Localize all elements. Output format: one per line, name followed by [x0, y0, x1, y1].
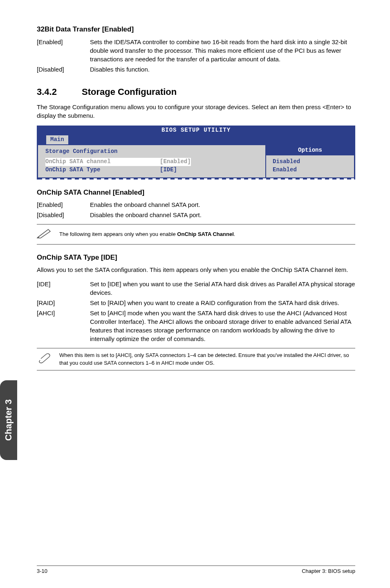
def-term: [Disabled] [37, 211, 90, 219]
page-number: 3-10 [37, 568, 47, 575]
heading-onchip-channel: OnChip SATA Channel [Enabled] [37, 188, 355, 197]
def-term: [Disabled] [37, 65, 90, 74]
note-box: When this item is set to [AHCI], only SA… [37, 348, 355, 370]
pencil-icon [37, 228, 59, 240]
def-term: [AHCI] [37, 309, 90, 343]
note-box: The following item appears only when you… [37, 224, 355, 244]
def-body: Disables this function. [90, 65, 355, 74]
bios-bottom-dash [38, 178, 354, 180]
section-number: 3.4.2 [37, 86, 82, 99]
chapter-side-tab: Chapter 3 [0, 380, 17, 460]
bios-left-pane: Storage Configuration OnChip SATA channe… [38, 144, 266, 178]
def-row: [IDE] Set to [IDE] when you want to use … [37, 280, 355, 297]
def-row: [Enabled] Sets the IDE/SATA controller t… [37, 38, 355, 63]
bios-option: Enabled [273, 166, 347, 174]
bios-options-heading: Options [266, 145, 354, 156]
bios-title: BIOS SETUP UTILITY [38, 126, 354, 135]
def-row: [Disabled] Disables the onboard channel … [37, 211, 355, 219]
bios-row-label: OnChip SATA channel [45, 158, 160, 166]
def-row: [RAID] Set to [RAID] when you want to cr… [37, 298, 355, 307]
def-term: [IDE] [37, 280, 90, 297]
def-body: Set to [RAID] when you want to create a … [90, 298, 355, 307]
heading-onchip-type: OnChip SATA Type [IDE] [37, 253, 355, 263]
bios-option: Disabled [273, 158, 347, 166]
bios-row-value: [IDE] [160, 166, 177, 174]
bios-row-label: OnChip SATA Type [45, 166, 160, 174]
bios-left-heading: Storage Configuration [45, 148, 258, 156]
heading-32bit: 32Bit Data Transfer [Enabled] [37, 25, 355, 34]
bios-row-value: [Enabled] [160, 158, 191, 166]
bios-tab-row: Main [38, 135, 354, 144]
def-term: [Enabled] [37, 200, 90, 209]
bios-screenshot: BIOS SETUP UTILITY Main Storage Configur… [37, 126, 355, 180]
def-body: Enables the onboard channel SATA port. [90, 200, 355, 209]
footer-title: Chapter 3: BIOS setup [302, 568, 355, 575]
note-text: When this item is set to [AHCI], only SA… [59, 352, 355, 366]
paperclip-icon [37, 353, 59, 366]
def-body: Disables the onboard channel SATA port. [90, 211, 355, 219]
section-heading: 3.4.2Storage Configuration [37, 86, 355, 99]
page-footer: 3-10 Chapter 3: BIOS setup [37, 566, 355, 575]
def-term: [RAID] [37, 298, 90, 307]
def-body: Sets the IDE/SATA controller to combine … [90, 38, 355, 63]
def-body: Set to [IDE] when you want to use the Se… [90, 280, 355, 297]
bios-row: OnChip SATA Type [IDE] [45, 166, 258, 174]
def-row: [Enabled] Enables the onboard channel SA… [37, 200, 355, 209]
bios-right-pane: Options Disabled Enabled [266, 144, 354, 178]
note-text: The following item appears only when you… [59, 231, 355, 238]
section-para: Allows you to set the SATA configuration… [37, 265, 355, 274]
section-para: The Storage Configuration menu allows yo… [37, 103, 355, 120]
bios-tab-main: Main [46, 135, 68, 144]
section-title: Storage Configuration [82, 87, 177, 97]
def-row: [AHCI] Set to [AHCI] mode when you want … [37, 309, 355, 343]
def-body: Set to [AHCI] mode when you want the SAT… [90, 309, 355, 343]
bios-row-selected: OnChip SATA channel [Enabled] [45, 158, 258, 166]
def-term: [Enabled] [37, 38, 90, 63]
def-row: [Disabled] Disables this function. [37, 65, 355, 74]
